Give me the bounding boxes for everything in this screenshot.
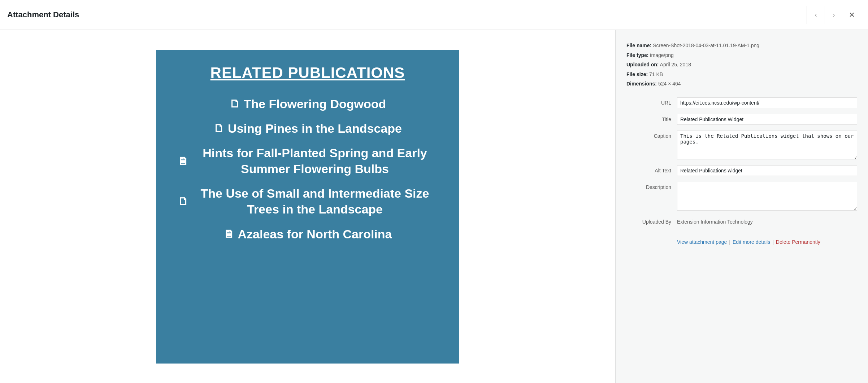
description-textarea[interactable] (677, 182, 857, 211)
alt-text-row: Alt Text (626, 165, 857, 176)
alt-text-input[interactable] (677, 165, 857, 176)
doc-icon-3: 🗋 (178, 194, 188, 208)
image-area: RELATED PUBLICATIONS 🗋 The Flowering Dog… (0, 30, 615, 383)
actions-row: View attachment page | Edit more details… (626, 239, 857, 245)
file-size-line: File size: 71 KB (626, 70, 857, 79)
pub-item-text-4: The Use of Small and Intermediate Size T… (192, 185, 438, 217)
file-name-label: File name: (626, 43, 651, 48)
file-name-value: Screen-Shot-2018-04-03-at-11.01.19-AM-1.… (653, 43, 759, 48)
list-item: 🗋 The Use of Small and Intermediate Size… (178, 185, 438, 217)
uploaded-on-value: April 25, 2018 (660, 62, 691, 67)
delete-permanently-link[interactable]: Delete Permanently (776, 239, 820, 245)
file-size-label: File size: (626, 71, 648, 77)
file-type-value: image/png (650, 52, 673, 58)
modal-container: Attachment Details ‹ › ✕ RELATED PUBLICA… (0, 0, 868, 383)
doc-icon-1: 🗋 (229, 97, 240, 111)
url-input[interactable] (677, 97, 857, 108)
caption-textarea[interactable] (677, 131, 857, 159)
modal-header: Attachment Details ‹ › ✕ (0, 0, 868, 30)
doc-icon-2: 🗋 (213, 121, 224, 135)
caption-row: Caption (626, 131, 857, 159)
title-label: Title (626, 114, 677, 122)
divider-1: | (729, 239, 730, 245)
description-label: Description (626, 182, 677, 190)
alt-text-label: Alt Text (626, 165, 677, 173)
chevron-left-icon: ‹ (815, 11, 817, 19)
dimensions-value: 524 × 464 (658, 81, 681, 87)
url-row: URL (626, 97, 857, 108)
pub-item-text-3: Hints for Fall-Planted Spring and Early … (192, 145, 438, 177)
dimensions-label: Dimensions: (626, 81, 657, 87)
list-item: 🗎 Hints for Fall-Planted Spring and Earl… (178, 145, 438, 177)
next-button[interactable]: › (825, 6, 843, 24)
publication-image: RELATED PUBLICATIONS 🗋 The Flowering Dog… (156, 50, 459, 364)
pdf-icon-1: 🗎 (178, 154, 188, 168)
chevron-right-icon: › (833, 11, 835, 19)
title-row: Title (626, 114, 857, 125)
pub-item-text-1: The Flowering Dogwood (244, 96, 386, 112)
uploaded-by-row: Uploaded By Extension Information Techno… (626, 216, 857, 225)
pub-item-text-5: Azaleas for North Carolina (238, 226, 392, 242)
url-label: URL (626, 97, 677, 106)
view-attachment-link[interactable]: View attachment page (677, 239, 727, 245)
close-button[interactable]: ✕ (843, 6, 861, 24)
uploaded-by-value: Extension Information Technology (677, 216, 857, 225)
pdf-icon-2: 🗎 (223, 227, 234, 241)
divider-2: | (772, 239, 774, 245)
modal-body: RELATED PUBLICATIONS 🗋 The Flowering Dog… (0, 30, 868, 383)
uploaded-on-line: Uploaded on: April 25, 2018 (626, 60, 857, 70)
details-panel: File name: Screen-Shot-2018-04-03-at-11.… (615, 30, 868, 383)
uploaded-by-label: Uploaded By (626, 216, 677, 225)
file-size-value: 71 KB (649, 71, 663, 77)
caption-label: Caption (626, 131, 677, 139)
form-section: URL Title Caption Alt Text Description (626, 97, 857, 230)
close-icon: ✕ (849, 10, 855, 19)
list-item: 🗎 Azaleas for North Carolina (223, 226, 392, 242)
publication-image-title: RELATED PUBLICATIONS (211, 64, 405, 82)
edit-details-link[interactable]: Edit more details (733, 239, 770, 245)
list-item: 🗋 The Flowering Dogwood (229, 96, 386, 112)
title-input[interactable] (677, 114, 857, 125)
list-item: 🗋 Using Pines in the Landscape (213, 120, 402, 136)
page-title: Attachment Details (7, 10, 79, 19)
file-type-line: File type: image/png (626, 50, 857, 60)
uploaded-on-label: Uploaded on: (626, 62, 659, 67)
file-meta: File name: Screen-Shot-2018-04-03-at-11.… (626, 41, 857, 89)
pub-item-text-2: Using Pines in the Landscape (228, 120, 402, 136)
modal-nav: ‹ › ✕ (807, 6, 861, 24)
file-name-line: File name: Screen-Shot-2018-04-03-at-11.… (626, 41, 857, 50)
file-type-label: File type: (626, 52, 648, 58)
description-row: Description (626, 182, 857, 211)
dimensions-line: Dimensions: 524 × 464 (626, 79, 857, 89)
prev-button[interactable]: ‹ (807, 6, 825, 24)
